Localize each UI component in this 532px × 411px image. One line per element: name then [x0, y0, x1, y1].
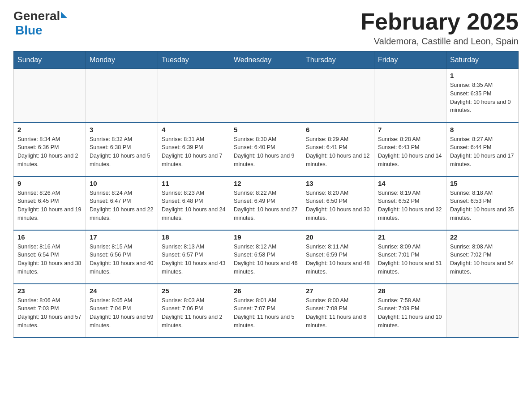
day-info: Sunrise: 8:26 AMSunset: 6:45 PMDaylight:… — [17, 189, 82, 223]
day-number: 16 — [17, 233, 82, 241]
weekday-header-row: SundayMondayTuesdayWednesdayThursdayFrid… — [14, 51, 519, 69]
day-number: 20 — [306, 233, 370, 241]
page-header: General Blue February 2025 Valdemora, Ca… — [13, 9, 519, 47]
day-info: Sunrise: 8:13 AMSunset: 6:57 PMDaylight:… — [162, 243, 226, 276]
day-number: 18 — [162, 233, 226, 241]
calendar-cell: 19Sunrise: 8:12 AMSunset: 6:58 PMDayligh… — [230, 230, 302, 284]
day-number: 2 — [17, 126, 82, 133]
weekday-header-monday: Monday — [86, 51, 158, 69]
calendar-cell: 21Sunrise: 8:09 AMSunset: 7:01 PMDayligh… — [374, 230, 446, 284]
calendar-cell: 16Sunrise: 8:16 AMSunset: 6:54 PMDayligh… — [14, 230, 86, 284]
calendar-week-row: 2Sunrise: 8:34 AMSunset: 6:36 PMDaylight… — [14, 123, 519, 176]
day-info: Sunrise: 8:01 AMSunset: 7:07 PMDaylight:… — [234, 296, 298, 330]
day-number: 11 — [162, 180, 226, 187]
calendar-cell — [446, 284, 519, 338]
calendar-cell: 26Sunrise: 8:01 AMSunset: 7:07 PMDayligh… — [230, 284, 302, 338]
day-number: 3 — [90, 126, 154, 133]
calendar-cell: 28Sunrise: 7:58 AMSunset: 7:09 PMDayligh… — [374, 284, 446, 338]
day-number: 13 — [306, 180, 370, 187]
calendar-cell: 23Sunrise: 8:06 AMSunset: 7:03 PMDayligh… — [14, 284, 86, 338]
logo-general-text: General — [13, 9, 60, 23]
weekday-header-wednesday: Wednesday — [230, 51, 302, 69]
calendar-cell: 18Sunrise: 8:13 AMSunset: 6:57 PMDayligh… — [158, 230, 230, 284]
day-info: Sunrise: 8:03 AMSunset: 7:06 PMDaylight:… — [162, 296, 226, 330]
calendar-cell: 3Sunrise: 8:32 AMSunset: 6:38 PMDaylight… — [86, 123, 158, 176]
calendar-cell: 5Sunrise: 8:30 AMSunset: 6:40 PMDaylight… — [230, 123, 302, 176]
day-info: Sunrise: 8:35 AMSunset: 6:35 PMDaylight:… — [450, 81, 515, 115]
day-info: Sunrise: 8:16 AMSunset: 6:54 PMDaylight:… — [17, 243, 82, 276]
day-info: Sunrise: 8:08 AMSunset: 7:02 PMDaylight:… — [450, 243, 515, 276]
location-text: Valdemora, Castille and Leon, Spain — [360, 36, 519, 47]
calendar-cell — [14, 69, 86, 123]
weekday-header-friday: Friday — [374, 51, 446, 69]
day-info: Sunrise: 8:06 AMSunset: 7:03 PMDaylight:… — [17, 296, 82, 330]
calendar-cell: 9Sunrise: 8:26 AMSunset: 6:45 PMDaylight… — [14, 176, 86, 230]
calendar-cell — [302, 69, 374, 123]
calendar-table: SundayMondayTuesdayWednesdayThursdayFrid… — [13, 51, 519, 338]
day-number: 23 — [17, 287, 82, 295]
weekday-header-sunday: Sunday — [14, 51, 86, 69]
day-number: 21 — [378, 233, 442, 241]
day-number: 24 — [90, 287, 154, 295]
day-info: Sunrise: 8:18 AMSunset: 6:53 PMDaylight:… — [450, 189, 515, 223]
day-info: Sunrise: 8:15 AMSunset: 6:56 PMDaylight:… — [90, 243, 154, 276]
day-info: Sunrise: 8:23 AMSunset: 6:48 PMDaylight:… — [162, 189, 226, 223]
calendar-cell: 1Sunrise: 8:35 AMSunset: 6:35 PMDaylight… — [446, 69, 519, 123]
day-info: Sunrise: 8:24 AMSunset: 6:47 PMDaylight:… — [90, 189, 154, 223]
weekday-header-tuesday: Tuesday — [158, 51, 230, 69]
logo-triangle-icon — [61, 12, 67, 18]
day-info: Sunrise: 8:29 AMSunset: 6:41 PMDaylight:… — [306, 135, 370, 169]
calendar-week-row: 23Sunrise: 8:06 AMSunset: 7:03 PMDayligh… — [14, 284, 519, 338]
calendar-cell: 27Sunrise: 8:00 AMSunset: 7:08 PMDayligh… — [302, 284, 374, 338]
calendar-cell: 24Sunrise: 8:05 AMSunset: 7:04 PMDayligh… — [86, 284, 158, 338]
calendar-cell: 7Sunrise: 8:28 AMSunset: 6:43 PMDaylight… — [374, 123, 446, 176]
day-info: Sunrise: 8:12 AMSunset: 6:58 PMDaylight:… — [234, 243, 298, 276]
calendar-cell: 11Sunrise: 8:23 AMSunset: 6:48 PMDayligh… — [158, 176, 230, 230]
calendar-cell: 6Sunrise: 8:29 AMSunset: 6:41 PMDaylight… — [302, 123, 374, 176]
day-info: Sunrise: 8:11 AMSunset: 6:59 PMDaylight:… — [306, 243, 370, 276]
calendar-cell: 20Sunrise: 8:11 AMSunset: 6:59 PMDayligh… — [302, 230, 374, 284]
day-number: 8 — [450, 126, 515, 133]
day-info: Sunrise: 8:22 AMSunset: 6:49 PMDaylight:… — [234, 189, 298, 223]
day-info: Sunrise: 8:05 AMSunset: 7:04 PMDaylight:… — [90, 296, 154, 330]
day-number: 22 — [450, 233, 515, 241]
day-info: Sunrise: 8:09 AMSunset: 7:01 PMDaylight:… — [378, 243, 442, 276]
calendar-week-row: 9Sunrise: 8:26 AMSunset: 6:45 PMDaylight… — [14, 176, 519, 230]
day-info: Sunrise: 8:31 AMSunset: 6:39 PMDaylight:… — [162, 135, 226, 169]
weekday-header-saturday: Saturday — [446, 51, 519, 69]
calendar-cell: 17Sunrise: 8:15 AMSunset: 6:56 PMDayligh… — [86, 230, 158, 284]
day-info: Sunrise: 8:00 AMSunset: 7:08 PMDaylight:… — [306, 296, 370, 330]
calendar-week-row: 16Sunrise: 8:16 AMSunset: 6:54 PMDayligh… — [14, 230, 519, 284]
day-number: 5 — [234, 126, 298, 133]
calendar-cell: 10Sunrise: 8:24 AMSunset: 6:47 PMDayligh… — [86, 176, 158, 230]
calendar-cell: 2Sunrise: 8:34 AMSunset: 6:36 PMDaylight… — [14, 123, 86, 176]
calendar-cell: 4Sunrise: 8:31 AMSunset: 6:39 PMDaylight… — [158, 123, 230, 176]
calendar-cell — [158, 69, 230, 123]
calendar-cell — [230, 69, 302, 123]
month-title: February 2025 — [360, 9, 519, 34]
day-number: 6 — [306, 126, 370, 133]
day-number: 28 — [378, 287, 442, 295]
day-number: 7 — [378, 126, 442, 133]
calendar-cell — [86, 69, 158, 123]
day-number: 25 — [162, 287, 226, 295]
calendar-cell: 13Sunrise: 8:20 AMSunset: 6:50 PMDayligh… — [302, 176, 374, 230]
day-info: Sunrise: 8:19 AMSunset: 6:52 PMDaylight:… — [378, 189, 442, 223]
title-block: February 2025 Valdemora, Castille and Le… — [360, 9, 519, 47]
day-number: 9 — [17, 180, 82, 187]
day-number: 1 — [450, 72, 515, 79]
day-info: Sunrise: 8:32 AMSunset: 6:38 PMDaylight:… — [90, 135, 154, 169]
day-number: 17 — [90, 233, 154, 241]
day-number: 10 — [90, 180, 154, 187]
calendar-week-row: 1Sunrise: 8:35 AMSunset: 6:35 PMDaylight… — [14, 69, 519, 123]
day-number: 15 — [450, 180, 515, 187]
day-info: Sunrise: 8:27 AMSunset: 6:44 PMDaylight:… — [450, 135, 515, 169]
weekday-header-thursday: Thursday — [302, 51, 374, 69]
day-info: Sunrise: 7:58 AMSunset: 7:09 PMDaylight:… — [378, 296, 442, 330]
day-info: Sunrise: 8:34 AMSunset: 6:36 PMDaylight:… — [17, 135, 82, 169]
day-number: 12 — [234, 180, 298, 187]
calendar-cell: 14Sunrise: 8:19 AMSunset: 6:52 PMDayligh… — [374, 176, 446, 230]
day-number: 14 — [378, 180, 442, 187]
calendar-cell: 8Sunrise: 8:27 AMSunset: 6:44 PMDaylight… — [446, 123, 519, 176]
logo-blue-text: Blue — [15, 23, 43, 37]
